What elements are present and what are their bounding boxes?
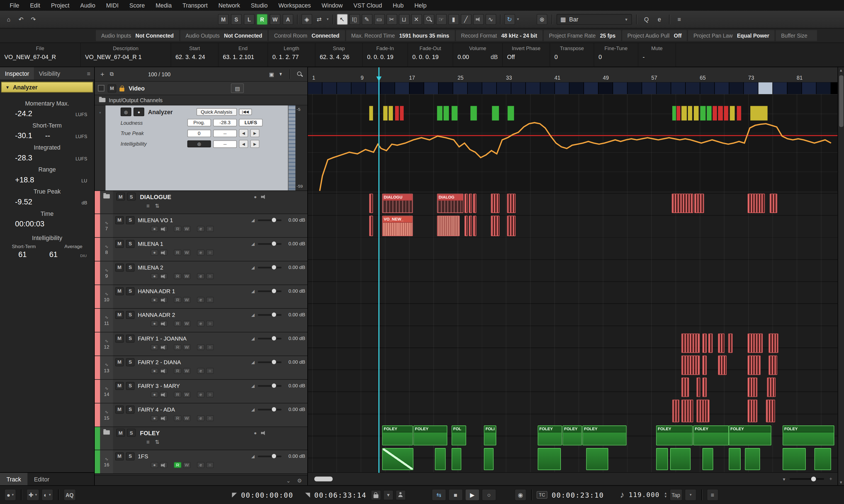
vertical-scrollbar[interactable]: ▲ ▼ [838, 67, 844, 485]
time-format-badge[interactable]: TC [537, 491, 547, 499]
audio-event[interactable] [464, 194, 468, 213]
prev-arrow-button[interactable]: ◀ [239, 129, 248, 137]
audio-event[interactable] [708, 334, 713, 353]
state-button-m[interactable]: M [218, 14, 229, 25]
io-channels-row[interactable]: Input/Output Channels [95, 95, 307, 106]
audio-event[interactable] [672, 194, 693, 213]
info-field-invert-phase[interactable]: Invert PhaseOff [503, 43, 550, 67]
record-icon[interactable]: ● [134, 107, 144, 116]
audio-event[interactable] [702, 334, 707, 353]
audition-button[interactable] [160, 297, 168, 303]
mute-button[interactable]: M [115, 358, 124, 366]
loudness-unit-button[interactable]: LUFS [239, 119, 263, 126]
audio-event[interactable] [507, 194, 516, 213]
punch-points-button[interactable]: ✚▾ [27, 489, 39, 501]
next-arrow-button[interactable]: ▶ [250, 129, 259, 137]
mute-button[interactable]: M [116, 193, 125, 201]
info-field-file[interactable]: FileVO_NEW_67-04_R [0, 43, 81, 67]
info-field-description[interactable]: DescriptionVO_NEW_67-04_R 1 [81, 43, 171, 67]
speaker-icon[interactable] [261, 194, 266, 199]
audio-event[interactable]: FOLEY [783, 426, 834, 445]
audio-event[interactable] [484, 448, 494, 470]
info-field-end[interactable]: End63. 1. 2.101 [218, 43, 268, 67]
menu-item-edit[interactable]: Edit [24, 0, 46, 11]
menu-item-hub[interactable]: Hub [387, 0, 409, 11]
power-button[interactable]: ◎ [121, 107, 131, 116]
write-automation-button[interactable]: W [183, 226, 191, 232]
comp-tool[interactable]: ▮ [448, 14, 459, 25]
autoscroll-button[interactable]: ↻ [504, 14, 515, 25]
track-row-15[interactable]: ∿15MSFAIRY 4 - ADA◢0.00 dB●RWe○ [95, 403, 307, 427]
audio-event[interactable] [697, 378, 701, 397]
write-automation-button[interactable]: W [183, 273, 191, 279]
audio-event[interactable] [718, 334, 724, 353]
volume-slider[interactable] [258, 314, 281, 316]
audio-event[interactable]: FOLEY [563, 426, 582, 445]
solo-button[interactable]: S [126, 264, 135, 271]
volume-slider[interactable] [258, 455, 281, 457]
info-field-fade-in[interactable]: Fade-In0. 0. 0. 19 [363, 43, 408, 67]
zoom-in-button[interactable]: ＋ [828, 475, 833, 483]
play-tool[interactable] [473, 14, 484, 25]
menu-item-window[interactable]: Window [316, 0, 348, 11]
automation-follows-button[interactable]: ⇄ [314, 14, 324, 25]
volume-slider[interactable] [258, 409, 281, 410]
menu-item-studio[interactable]: Studio [245, 0, 273, 11]
menu-item-help[interactable]: Help [409, 0, 432, 11]
bypass-button[interactable]: ○ [206, 321, 214, 326]
search-tracks-icon[interactable] [297, 71, 303, 77]
track-row-12[interactable]: ∿12MSFAIRY 1 - JOANNA◢0.00 dB●RWe○ [95, 332, 307, 356]
audio-event[interactable] [702, 378, 707, 397]
bypass-button[interactable]: ○ [206, 226, 214, 232]
info-field-mute[interactable]: Mute- [638, 43, 676, 67]
monitor-button[interactable]: ● [151, 321, 158, 326]
mute-tool[interactable]: ✕ [411, 14, 422, 25]
audio-event[interactable] [697, 400, 709, 422]
tab-track[interactable]: Track [0, 473, 28, 485]
right-locator-icon[interactable] [305, 492, 310, 497]
arranger-button[interactable]: ◉ [515, 489, 526, 501]
tap-tempo-button[interactable]: Tap [669, 489, 682, 501]
menu-item-vst-cloud[interactable]: VST Cloud [348, 0, 387, 11]
audio-quantize-button[interactable]: AQ [63, 489, 75, 501]
tempo-mode-dropdown[interactable]: ▾ [684, 489, 696, 501]
solo-button[interactable]: S [127, 429, 136, 437]
record-enable-button[interactable]: R [174, 250, 181, 255]
intelligibility-power-button[interactable]: ◎ [187, 140, 211, 147]
audition-button[interactable] [160, 273, 168, 279]
redo-button[interactable]: ↷ [28, 14, 39, 25]
solo-button[interactable]: S [126, 335, 135, 342]
audio-event[interactable] [748, 194, 765, 213]
track-row-14[interactable]: ∿14MSFAIRY 3 - MARY◢0.00 dB●RWe○ [95, 380, 307, 403]
audio-event[interactable] [656, 448, 668, 470]
status-segment-audio-inputs[interactable]: Audio InputsNot Connected [96, 30, 179, 41]
solo-button[interactable]: S [126, 240, 135, 248]
audio-event[interactable] [382, 448, 414, 470]
track-row-9[interactable]: ∿9MSMILENA 2◢0.00 dB●RWe○ [95, 262, 307, 285]
audio-event[interactable] [672, 400, 679, 422]
audio-event[interactable]: FOLEY [414, 426, 447, 445]
audio-event[interactable]: FOLEY [382, 426, 413, 445]
rewind-icon[interactable]: |◀◀ [239, 109, 252, 115]
audio-event[interactable] [369, 194, 373, 213]
solo-button[interactable]: S [127, 193, 136, 201]
bypass-button[interactable]: ○ [206, 344, 214, 350]
audition-button[interactable] [160, 321, 168, 326]
quantize-button[interactable]: Q [641, 14, 652, 25]
zoom-preset-button[interactable]: ▾ [783, 476, 786, 482]
write-automation-button[interactable]: W [183, 297, 191, 303]
menu-item-midi[interactable]: MIDI [101, 0, 124, 11]
audio-event[interactable] [538, 448, 561, 470]
audio-event[interactable] [682, 356, 700, 375]
audio-event[interactable] [682, 400, 693, 422]
info-field-snap[interactable]: Snap62. 3. 4. 26 [315, 43, 363, 67]
right-locator-time[interactable]: 00:06:33:14 [314, 491, 367, 499]
info-field-transpose[interactable]: Transpose0 [550, 43, 594, 67]
audio-event[interactable] [745, 448, 760, 470]
audio-event[interactable] [507, 216, 516, 236]
menu-item-workspaces[interactable]: Workspaces [273, 0, 316, 11]
loudness-mode-value[interactable]: Prog. [187, 119, 211, 126]
volume-slider[interactable] [258, 243, 281, 245]
lock-button[interactable] [371, 490, 381, 500]
erase-tool[interactable]: ▭ [374, 14, 385, 25]
